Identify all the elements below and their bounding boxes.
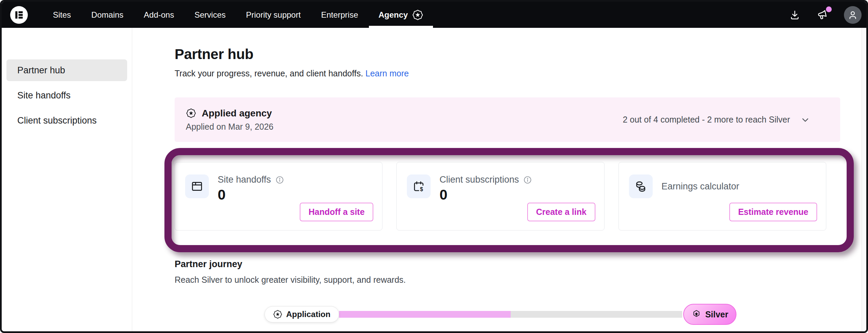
card-title: Site handoffs (218, 174, 271, 185)
stat-cards-row: Site handoffs 0 Handoff a site (175, 162, 826, 230)
card-value: 0 (218, 187, 284, 203)
nav-domains[interactable]: Domains (81, 2, 134, 28)
topbar-actions (788, 6, 862, 24)
client-subscriptions-icon-tile: $ (407, 174, 431, 198)
page-title: Partner hub (175, 46, 862, 62)
silver-label: Silver (705, 310, 728, 319)
application-badge-icon (273, 310, 282, 319)
card-title: Earnings calculator (662, 181, 739, 192)
page-subtitle: Track your progress, revenue, and client… (175, 69, 862, 78)
scrollbar-track[interactable] (862, 28, 866, 331)
create-a-link-button[interactable]: Create a link (527, 203, 595, 221)
client-subscriptions-card: $ Client subscriptions 0 (396, 162, 604, 230)
user-icon (847, 9, 859, 21)
nav-agency[interactable]: Agency (368, 2, 434, 28)
announcements-button[interactable] (816, 8, 829, 21)
nav-services[interactable]: Services (184, 2, 236, 28)
user-avatar[interactable] (844, 6, 862, 24)
download-button[interactable] (788, 8, 801, 21)
nav-enterprise[interactable]: Enterprise (311, 2, 368, 28)
svg-text:$: $ (420, 186, 423, 192)
journey-progress-fill (339, 311, 511, 318)
banner-subtitle: Applied on Mar 9, 2026 (186, 122, 274, 132)
top-navigation-bar: Sites Domains Add-ons Services Priority … (2, 2, 866, 28)
sidebar-item-partner-hub[interactable]: Partner hub (6, 59, 127, 81)
application-milestone-pill: Application (264, 306, 339, 322)
banner-left: Applied agency Applied on Mar 9, 2026 (186, 108, 274, 132)
banner-status-text: 2 out of 4 completed - 2 more to reach S… (623, 115, 790, 125)
nav-sites[interactable]: Sites (43, 2, 81, 28)
application-label: Application (286, 310, 331, 319)
agency-badge-icon (412, 9, 423, 21)
earnings-calculator-card: Earnings calculator Estimate revenue (618, 162, 826, 230)
banner-title: Applied agency (202, 108, 272, 119)
elementor-logo-icon[interactable] (10, 6, 28, 24)
primary-nav: Sites Domains Add-ons Services Priority … (43, 2, 434, 28)
partner-journey-section: Partner journey Reach Silver to unlock g… (175, 259, 862, 325)
coins-icon (634, 180, 648, 193)
main-content: Partner hub Track your progress, revenue… (132, 28, 862, 331)
app-window: Sites Domains Add-ons Services Priority … (0, 0, 868, 333)
journey-title: Partner journey (175, 259, 862, 270)
card-value: 0 (439, 187, 532, 203)
sidebar-item-client-subscriptions[interactable]: Client subscriptions (6, 110, 127, 131)
applied-agency-banner: Applied agency Applied on Mar 9, 2026 2 … (175, 97, 840, 142)
info-icon[interactable] (523, 175, 532, 184)
journey-subtitle: Reach Silver to unlock greater visibilit… (175, 275, 862, 285)
learn-more-link[interactable]: Learn more (366, 69, 409, 78)
nav-priority-support[interactable]: Priority support (236, 2, 311, 28)
estimate-revenue-button[interactable]: Estimate revenue (729, 203, 817, 221)
nav-add-ons[interactable]: Add-ons (134, 2, 184, 28)
nav-agency-label: Agency (378, 10, 408, 20)
notification-dot (826, 6, 832, 12)
handoff-a-site-button[interactable]: Handoff a site (300, 203, 373, 221)
sidebar: Partner hub Site handoffs Client subscri… (2, 28, 132, 331)
browser-window-icon (190, 180, 204, 193)
silver-gem-icon (691, 309, 702, 319)
site-handoffs-icon-tile (185, 174, 209, 198)
info-icon[interactable] (275, 175, 284, 184)
download-icon (789, 9, 801, 21)
sidebar-item-site-handoffs[interactable]: Site handoffs (6, 85, 127, 106)
chevron-down-icon[interactable] (800, 115, 810, 125)
site-handoffs-card: Site handoffs 0 Handoff a site (175, 162, 382, 230)
journey-progress-track (339, 311, 682, 318)
subtitle-text: Track your progress, revenue, and client… (175, 69, 363, 78)
banner-status-area[interactable]: 2 out of 4 completed - 2 more to reach S… (623, 115, 810, 125)
journey-progress-row: Application Silver (264, 304, 736, 325)
card-title: Client subscriptions (439, 174, 519, 185)
applied-agency-badge-icon (186, 108, 196, 118)
earnings-calculator-icon-tile (629, 174, 653, 198)
calendar-dollar-icon: $ (412, 180, 426, 193)
silver-milestone-pill[interactable]: Silver (683, 304, 736, 325)
